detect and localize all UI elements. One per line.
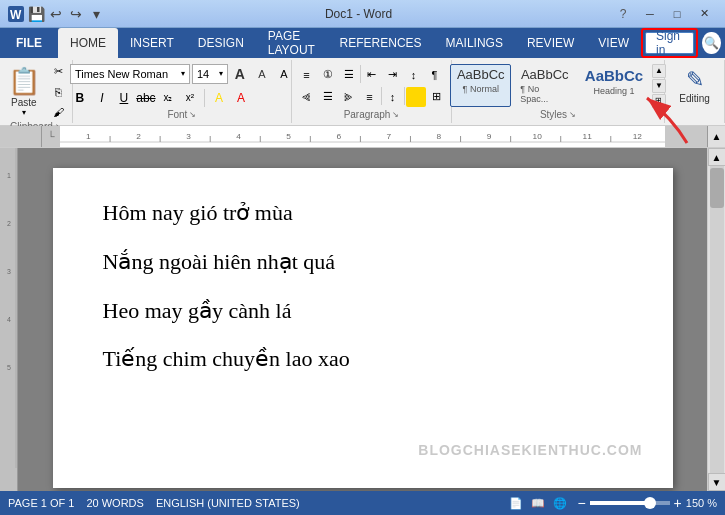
numbering-button[interactable]: ①	[318, 65, 338, 85]
svg-text:1: 1	[86, 132, 91, 141]
zoom-in-button[interactable]: +	[674, 495, 682, 511]
help-icon[interactable]: ?	[613, 4, 633, 24]
style-heading1[interactable]: AaBbCc Heading 1	[578, 64, 650, 107]
undo-icon[interactable]: ↩	[48, 6, 64, 22]
style-normal[interactable]: AaBbCc ¶ Normal	[450, 64, 511, 107]
style-no-space[interactable]: AaBbCc ¶ No Spac...	[513, 64, 576, 107]
zoom-out-button[interactable]: −	[577, 495, 585, 511]
view-icons: 📄 📖 🌐	[507, 495, 569, 511]
tab-design[interactable]: DESIGN	[186, 28, 256, 58]
window-title: Doc1 - Word	[104, 7, 613, 21]
customize-icon[interactable]: ▾	[88, 6, 104, 22]
styles-up-button[interactable]: ▲	[652, 64, 666, 78]
font-name-selector[interactable]: Times New Roman ▾	[70, 64, 190, 84]
italic-button[interactable]: I	[92, 88, 112, 108]
superscript-button[interactable]: x²	[180, 88, 200, 108]
list-buttons: ≡ ① ☰ ⇤ ⇥ ↕ ¶	[297, 65, 447, 85]
svg-text:2: 2	[7, 220, 11, 227]
tab-insert[interactable]: INSERT	[118, 28, 186, 58]
ruler-right-margin	[665, 126, 707, 147]
scroll-down-button[interactable]: ▼	[708, 473, 726, 491]
sign-in-button[interactable]: Sign in	[645, 32, 694, 54]
scroll-track[interactable]	[710, 166, 724, 473]
tab-page-layout[interactable]: PAGE LAYOUT	[256, 28, 328, 58]
align-left-button[interactable]: ⫷	[297, 87, 317, 107]
tab-review[interactable]: REVIEW	[515, 28, 586, 58]
scroll-thumb[interactable]	[710, 168, 724, 208]
title-bar: W 💾 ↩ ↪ ▾ Doc1 - Word ? ─ □ ✕	[0, 0, 725, 28]
font-color-button[interactable]: A	[231, 88, 251, 108]
paste-button[interactable]: 📋 Paste ▾	[2, 62, 46, 121]
show-hide-button[interactable]: ¶	[425, 65, 445, 85]
minimize-button[interactable]: ─	[637, 4, 663, 24]
main-area: 1 2 3 4 5 Hôm nay gió trở mùa Nắng ngoài…	[0, 148, 725, 491]
style-normal-label: ¶ Normal	[463, 84, 499, 94]
font-row1: Times New Roman ▾ 14 ▾ A A A	[70, 64, 294, 84]
save-icon[interactable]: 💾	[28, 6, 44, 22]
tab-home[interactable]: HOME	[58, 28, 118, 58]
border-button[interactable]: ⊞	[427, 87, 447, 107]
styles-content: AaBbCc ¶ Normal AaBbCc ¶ No Spac... AaBb…	[450, 62, 666, 109]
web-layout-icon[interactable]: 🌐	[551, 495, 569, 511]
ruler-scroll-button[interactable]: ▲	[707, 126, 725, 147]
svg-text:5: 5	[286, 132, 291, 141]
align-right-button[interactable]: ⫸	[339, 87, 359, 107]
scroll-up-button[interactable]: ▲	[708, 148, 726, 166]
status-right: 📄 📖 🌐 − + 150 %	[507, 495, 717, 511]
close-button[interactable]: ✕	[691, 4, 717, 24]
justify-button[interactable]: ≡	[360, 87, 380, 107]
increase-indent-button[interactable]: ⇥	[383, 65, 403, 85]
print-layout-icon[interactable]: 📄	[507, 495, 525, 511]
read-mode-icon[interactable]: 📖	[529, 495, 547, 511]
line-spacing-button[interactable]: ↕	[383, 87, 403, 107]
file-tab[interactable]: FILE	[0, 28, 58, 58]
paragraph-expand-icon[interactable]: ↘	[392, 110, 399, 119]
subscript-button[interactable]: x₂	[158, 88, 178, 108]
styles-expand-icon[interactable]: ↘	[569, 110, 576, 119]
tab-view[interactable]: VIEW	[586, 28, 641, 58]
language: ENGLISH (UNITED STATES)	[156, 497, 300, 509]
zoom-slider[interactable]	[590, 501, 670, 505]
shading-button[interactable]	[406, 87, 426, 107]
doc-line-4[interactable]: Tiếng chim chuyền lao xao	[103, 344, 623, 375]
doc-line-1[interactable]: Hôm nay gió trở mùa	[103, 198, 623, 229]
doc-line-3[interactable]: Heo may gầy cành lá	[103, 296, 623, 327]
ruler-left-tab[interactable]: └	[42, 126, 60, 147]
maximize-button[interactable]: □	[664, 4, 690, 24]
font-content: Times New Roman ▾ 14 ▾ A A A B I U abc	[70, 62, 294, 109]
redo-icon[interactable]: ↪	[68, 6, 84, 22]
watermark: BLOGCHIASEKIENTHUC.COM	[418, 442, 642, 458]
styles-down-button[interactable]: ▼	[652, 79, 666, 93]
underline-button[interactable]: U	[114, 88, 134, 108]
text-highlight-button[interactable]: A	[209, 88, 229, 108]
document-area[interactable]: Hôm nay gió trở mùa Nắng ngoài hiên nhạt…	[18, 148, 707, 491]
ribbon-right: Sign in 🔍	[641, 28, 725, 58]
tab-references[interactable]: REFERENCES	[328, 28, 434, 58]
font-expand-icon[interactable]: ↘	[189, 110, 196, 119]
tab-mailings[interactable]: MAILINGS	[434, 28, 515, 58]
font-shrink-button[interactable]: A	[252, 64, 272, 84]
clear-formatting-button[interactable]: A	[274, 64, 294, 84]
format-painter-button[interactable]: 🖌	[48, 103, 70, 121]
bold-button[interactable]: B	[70, 88, 90, 108]
para-div1	[360, 65, 361, 83]
cut-button[interactable]: ✂	[48, 63, 70, 81]
status-bar: PAGE 1 OF 1 20 WORDS ENGLISH (UNITED STA…	[0, 491, 725, 515]
ribbon-search-icon[interactable]: 🔍	[702, 32, 721, 54]
sort-button[interactable]: ↕	[404, 65, 424, 85]
font-grow-button[interactable]: A	[230, 64, 250, 84]
align-center-button[interactable]: ☰	[318, 87, 338, 107]
strikethrough-button[interactable]: abc	[136, 88, 156, 108]
font-size-selector[interactable]: 14 ▾	[192, 64, 228, 84]
doc-line-2[interactable]: Nắng ngoài hiên nhạt quá	[103, 247, 623, 278]
editing-button[interactable]: ✎ Editing	[675, 65, 714, 106]
document-page[interactable]: Hôm nay gió trở mùa Nắng ngoài hiên nhạt…	[53, 168, 673, 488]
svg-text:5: 5	[7, 364, 11, 371]
word-logo-icon: W	[8, 6, 24, 22]
copy-button[interactable]: ⎘	[48, 83, 70, 101]
svg-text:10: 10	[533, 132, 543, 141]
styles-expand-button[interactable]: ⊞	[652, 94, 666, 108]
bullets-button[interactable]: ≡	[297, 65, 317, 85]
decrease-indent-button[interactable]: ⇤	[362, 65, 382, 85]
multilevel-button[interactable]: ☰	[339, 65, 359, 85]
